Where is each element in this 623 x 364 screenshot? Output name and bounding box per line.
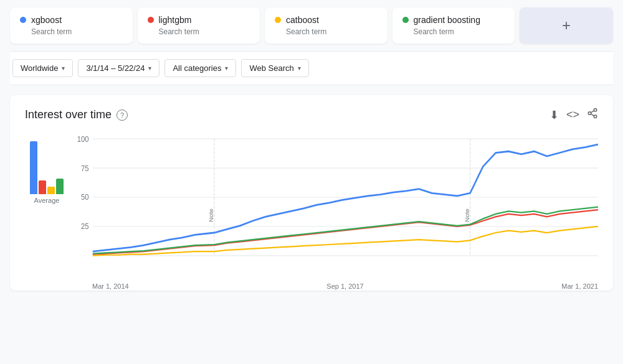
term-type: Search term (31, 27, 123, 36)
term-header: xgboost (20, 15, 123, 25)
download-icon[interactable]: ⬇ (549, 108, 559, 122)
svg-line-4 (591, 111, 594, 113)
svg-text:Note: Note (464, 208, 470, 222)
date-chevron-icon: ▾ (148, 65, 151, 72)
svg-point-2 (594, 115, 597, 118)
chart-area: Average 100 75 50 25 (25, 132, 598, 278)
search-term-card-lightgbm[interactable]: lightgbm Search term (138, 7, 260, 44)
avg-bar (47, 187, 55, 194)
search-type-label: Web Search (249, 63, 293, 73)
region-label: Worldwide (21, 63, 58, 73)
x-label-2017: Sep 1, 2017 (326, 282, 363, 290)
avg-section: Average (25, 132, 69, 278)
add-icon: + (562, 17, 571, 34)
main-content: Interest over time ? ⬇ <> Average (0, 85, 623, 301)
line-chart-svg: 100 75 50 25 Note Note (74, 132, 598, 278)
term-dot (148, 17, 154, 23)
term-name: gradient boosting (414, 15, 480, 25)
chart-title-group: Interest over time ? (25, 108, 128, 121)
term-header: gradient boosting (402, 15, 505, 25)
search-type-filter[interactable]: Web Search ▾ (241, 59, 308, 77)
avg-bar (56, 179, 64, 194)
chart-actions: ⬇ <> (549, 108, 598, 122)
svg-point-1 (588, 112, 591, 115)
add-term-card[interactable]: + (520, 7, 613, 44)
category-chevron-icon: ▾ (225, 65, 228, 72)
category-filter[interactable]: All categories ▾ (164, 59, 236, 77)
chart-title: Interest over time (25, 108, 112, 121)
top-section: xgboost Search term lightgbm Search term… (0, 0, 623, 85)
term-name: lightgbm (159, 15, 192, 25)
date-filter[interactable]: 3/1/14 – 5/22/24 ▾ (78, 59, 159, 77)
avg-bars (30, 132, 64, 194)
share-icon[interactable] (587, 108, 598, 122)
avg-label: Average (34, 197, 60, 204)
term-dot (402, 17, 409, 23)
svg-text:Note: Note (207, 208, 214, 222)
category-label: All categories (173, 63, 221, 73)
search-terms-row: xgboost Search term lightgbm Search term… (10, 7, 613, 44)
avg-bar (39, 180, 46, 194)
x-label-2014: Mar 1, 2014 (92, 282, 129, 290)
date-label: 3/1/14 – 5/22/24 (86, 63, 145, 73)
embed-icon[interactable]: <> (566, 108, 579, 121)
search-term-card-catboost[interactable]: catboost Search term (265, 7, 388, 44)
line-chart-area: 100 75 50 25 Note Note (74, 132, 598, 278)
term-dot (275, 17, 281, 23)
x-label-2021: Mar 1, 2021 (561, 282, 598, 290)
term-type: Search term (286, 27, 378, 36)
search-term-card-xgboost[interactable]: xgboost Search term (10, 7, 133, 44)
term-type: Search term (159, 27, 250, 36)
svg-text:25: 25 (81, 222, 89, 231)
term-header: lightgbm (148, 15, 250, 25)
term-name: xgboost (31, 15, 62, 25)
svg-line-3 (591, 114, 594, 116)
svg-point-0 (594, 109, 597, 112)
svg-text:75: 75 (81, 164, 89, 173)
term-dot (20, 17, 26, 23)
region-filter[interactable]: Worldwide ▾ (12, 59, 73, 77)
help-icon[interactable]: ? (117, 110, 128, 121)
chart-card: Interest over time ? ⬇ <> Average (10, 95, 613, 291)
term-name: catboost (286, 15, 319, 25)
avg-bar (30, 141, 37, 194)
region-chevron-icon: ▾ (62, 65, 65, 72)
filters-row: Worldwide ▾ 3/1/14 – 5/22/24 ▾ All categ… (10, 51, 613, 85)
svg-text:100: 100 (77, 134, 89, 144)
chart-header: Interest over time ? ⬇ <> (25, 108, 598, 122)
term-type: Search term (414, 27, 505, 36)
x-axis: Mar 1, 2014 Sep 1, 2017 Mar 1, 2021 (74, 280, 598, 290)
svg-text:50: 50 (81, 193, 89, 202)
term-header: catboost (275, 15, 378, 25)
search-type-chevron-icon: ▾ (298, 65, 301, 72)
search-term-card-gradient-boosting[interactable]: gradient boosting Search term (392, 7, 515, 44)
